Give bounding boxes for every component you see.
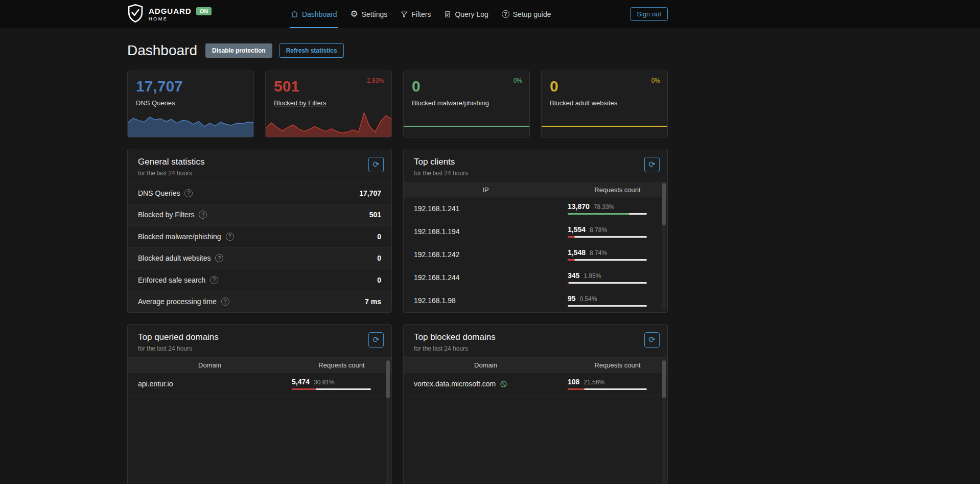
help-icon[interactable]: ? (215, 254, 223, 262)
stat-percent: 0% (651, 77, 660, 84)
progress-track (568, 213, 647, 215)
funnel-icon (401, 11, 408, 18)
shield-check-icon (127, 4, 144, 25)
request-count: 95 (568, 294, 576, 303)
requests-count-block: 1,5548.78% (568, 225, 657, 238)
client-ip[interactable]: 192.168.1.98 (414, 296, 568, 305)
stat-label: DNS Queries (136, 99, 253, 107)
progress-fill (568, 282, 569, 284)
help-icon[interactable]: ? (199, 211, 207, 219)
document-icon (444, 11, 451, 18)
client-row: 192.168.1.98 950.54% (404, 289, 667, 312)
refresh-icon[interactable]: ⟳ (368, 332, 384, 348)
tab-setup-guide[interactable]: ? Setup guide (501, 0, 552, 28)
client-ip[interactable]: 192.168.1.244 (414, 273, 568, 282)
home-icon (291, 10, 298, 18)
stat-row-label: Blocked malware/phishing (138, 233, 221, 241)
blocked-by-filters-card: 2.83% 501 Blocked by Filters (265, 71, 392, 137)
blocked-malware-card: 0% 0 Blocked malware/phishing (403, 71, 530, 137)
scrollbar[interactable] (386, 358, 390, 484)
tab-label: Filters (411, 10, 431, 18)
requests-count-block: 13,87078.33% (568, 202, 657, 215)
client-ip[interactable]: 192.168.1.194 (414, 227, 568, 236)
stat-row: DNS Queries? 17,707 (128, 182, 391, 204)
progress-fill (568, 259, 575, 261)
request-percent: 21.56% (584, 379, 604, 386)
refresh-statistics-button[interactable]: Refresh statistics (279, 43, 344, 58)
request-count: 5,474 (292, 378, 310, 386)
domain-cell[interactable]: api.entur.io (138, 380, 292, 388)
stat-label: Blocked malware/phishing (412, 99, 529, 107)
stat-row-value: 0 (377, 233, 381, 241)
scrollbar-thumb[interactable] (662, 183, 666, 225)
tab-settings[interactable]: ⚙ Settings (349, 0, 388, 28)
column-header-ip: IP (404, 186, 568, 194)
tab-label: Setup guide (513, 10, 551, 18)
disable-protection-button[interactable]: Disable protection (205, 43, 272, 58)
progress-track (568, 388, 647, 390)
domain-name: api.entur.io (138, 380, 173, 388)
refresh-icon[interactable]: ⟳ (644, 332, 660, 348)
tab-label: Dashboard (302, 10, 337, 18)
request-percent: 1.95% (584, 272, 601, 280)
stat-row-label: Blocked by Filters (138, 211, 194, 219)
stat-value: 17,707 (136, 78, 253, 95)
scrollbar[interactable] (662, 183, 666, 310)
stat-row: Blocked adult websites? 0 (128, 247, 391, 269)
client-row: 192.168.1.244 3451.95% (404, 266, 667, 289)
stat-value: 0 (550, 78, 667, 95)
tab-label: Query Log (455, 10, 488, 18)
gear-icon: ⚙ (350, 10, 358, 18)
page-title: Dashboard (127, 42, 197, 59)
client-row: 192.168.1.194 1,5548.78% (404, 220, 667, 243)
scrollbar-thumb[interactable] (386, 360, 390, 398)
main-content: Dashboard Disable protection Refresh sta… (127, 42, 668, 484)
dns-sparkline-chart (128, 109, 253, 137)
panel-title: Top blocked domains (414, 332, 657, 342)
blocked-adult-card: 0% 0 Blocked adult websites (541, 71, 668, 137)
request-percent: 0.54% (580, 295, 597, 303)
stat-cards-row: 17,707 DNS Queries 2.83% 501 Blocked by … (127, 71, 668, 137)
flat-line-chart (542, 126, 667, 127)
client-ip[interactable]: 192.168.1.241 (414, 204, 568, 213)
request-percent: 78.33% (594, 203, 615, 211)
progress-fill (568, 305, 568, 307)
progress-track (568, 282, 647, 284)
stat-row-value: 0 (377, 276, 381, 284)
tab-dashboard[interactable]: Dashboard (290, 0, 338, 28)
column-header-requests: Requests count (568, 361, 667, 369)
requests-count-block: 3451.95% (568, 271, 657, 284)
stat-row: Enforced safe search? 0 (128, 269, 391, 291)
sign-out-button[interactable]: Sign out (630, 7, 668, 21)
client-row: 192.168.1.241 13,87078.33% (404, 197, 667, 220)
help-icon[interactable]: ? (226, 233, 234, 241)
stat-row-label: DNS Queries (138, 189, 180, 197)
help-icon[interactable]: ? (210, 276, 218, 284)
domain-cell[interactable]: vortex.data.microsoft.com (414, 380, 568, 388)
panel-header: Top queried domains for the last 24 hour… (128, 325, 391, 357)
client-ip[interactable]: 192.168.1.242 (414, 250, 568, 259)
blocked-sparkline-chart (266, 109, 391, 137)
stat-percent: 0% (514, 77, 522, 84)
help-icon[interactable]: ? (184, 189, 193, 197)
progress-fill (568, 236, 575, 238)
panel-subtitle: for the last 24 hours (414, 170, 657, 177)
stat-row-value: 0 (377, 254, 381, 262)
tab-filters[interactable]: Filters (400, 0, 432, 28)
scrollbar-thumb[interactable] (662, 360, 666, 398)
tab-query-log[interactable]: Query Log (443, 0, 489, 28)
unblock-domain-icon[interactable] (500, 380, 507, 388)
adguard-logo[interactable]: ADGUARD ON HOME (127, 0, 212, 28)
refresh-icon[interactable]: ⟳ (368, 157, 384, 172)
refresh-icon[interactable]: ⟳ (644, 157, 660, 172)
brand-subtitle: HOME (149, 16, 212, 21)
panel-title: General statistics (138, 157, 381, 167)
requests-count-block: 950.54% (568, 294, 657, 307)
help-icon[interactable]: ? (221, 297, 229, 306)
blocked-by-filters-link[interactable]: Blocked by Filters (274, 99, 326, 107)
request-percent: 30.91% (314, 379, 335, 386)
stat-row-label: Average processing time (138, 297, 217, 306)
stat-row-label: Enforced safe search (138, 276, 205, 284)
column-header-requests: Requests count (568, 186, 667, 194)
scrollbar[interactable] (662, 358, 666, 484)
